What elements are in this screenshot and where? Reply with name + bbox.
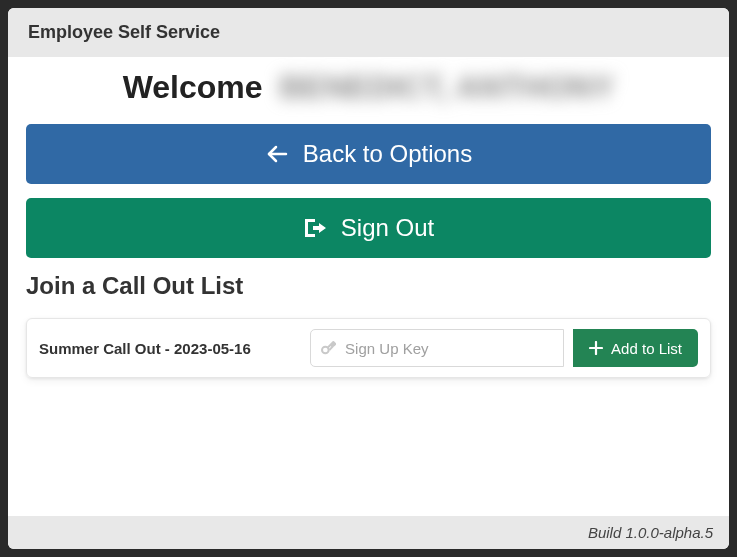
arrow-left-icon [265,142,289,166]
add-to-list-button[interactable]: Add to List [573,329,698,367]
welcome-name: BENEDICT, ANTHONY [279,69,614,105]
content-area: Welcome BENEDICT, ANTHONY Back to Option… [8,57,729,516]
callout-title: Summer Call Out - 2023-05-16 [39,340,300,357]
plus-icon [589,341,603,355]
callout-card: Summer Call Out - 2023-05-16 A [26,318,711,378]
welcome-heading: Welcome BENEDICT, ANTHONY [26,57,711,124]
build-text: Build 1.0.0-alpha.5 [588,524,713,541]
signup-key-input[interactable] [310,329,564,367]
signup-key-wrap [310,329,564,367]
app-frame: Employee Self Service Welcome BENEDICT, … [8,8,729,549]
add-to-list-label: Add to List [611,340,682,357]
welcome-prefix: Welcome [123,69,263,105]
back-button-label: Back to Options [303,140,472,168]
section-heading: Join a Call Out List [26,272,711,300]
app-title: Employee Self Service [28,22,220,42]
sign-out-button[interactable]: Sign Out [26,198,711,258]
key-icon [320,340,336,356]
back-to-options-button[interactable]: Back to Options [26,124,711,184]
sign-out-icon [303,217,327,239]
titlebar: Employee Self Service [8,8,729,57]
sign-out-label: Sign Out [341,214,434,242]
footer: Build 1.0.0-alpha.5 [8,516,729,549]
